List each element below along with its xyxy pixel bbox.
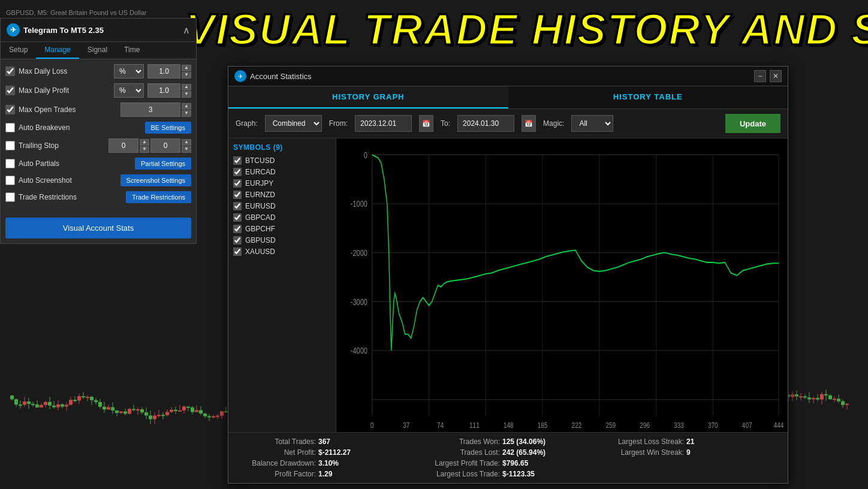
tab-setup[interactable]: Setup: [1, 42, 36, 59]
modal-body: SYMBOLS (9) BTCUSD EURCAD EURJPY EURNZD …: [228, 138, 788, 432]
trade-restrictions-label: Trade Restrictions: [19, 193, 122, 201]
max-open-trades-checkbox[interactable]: [5, 105, 15, 114]
magic-select[interactable]: All: [571, 115, 613, 132]
trailing-stop-down2[interactable]: ▼: [182, 146, 191, 153]
account-statistics-modal: ✈ Account Statistics − ✕ HISTORY GRAPH H…: [228, 66, 788, 484]
trailing-stop-input1[interactable]: [108, 138, 138, 153]
tab-signal[interactable]: Signal: [79, 42, 116, 59]
trailing-stop-label: Trailing Stop: [19, 141, 105, 150]
symbol-eurcad-checkbox[interactable]: [233, 168, 242, 176]
trailing-stop-down1[interactable]: ▼: [140, 146, 149, 153]
max-daily-profit-unit[interactable]: %: [114, 83, 144, 98]
panel-content: Max Daily Loss % ▲ ▼ Max Daily Profit %: [1, 59, 196, 213]
symbol-eurnzd-checkbox[interactable]: [233, 191, 242, 199]
svg-text:-1000: -1000: [351, 199, 367, 209]
svg-text:185: 185: [538, 421, 548, 430]
to-date-input[interactable]: [457, 115, 514, 132]
symbol-gbpusd-checkbox[interactable]: [233, 236, 242, 244]
symbol-eurcad: EURCAD: [233, 168, 331, 176]
symbol-eurcad-label: EURCAD: [245, 168, 276, 176]
auto-breakeven-label: Auto Breakeven: [19, 123, 141, 132]
trades-lost-value: 242 (65.94%): [502, 448, 545, 457]
visual-account-stats-button[interactable]: Visual Account Stats: [5, 218, 191, 239]
balance-drawdown-value: 3.10%: [318, 459, 339, 467]
total-trades-label: Total Trades:: [238, 437, 316, 446]
auto-breakeven-checkbox[interactable]: [5, 123, 15, 132]
max-daily-loss-checkbox[interactable]: [5, 67, 15, 76]
tab-manage[interactable]: Manage: [36, 42, 79, 59]
trailing-stop-up1[interactable]: ▲: [140, 139, 149, 146]
max-daily-loss-input[interactable]: [147, 64, 180, 79]
largest-loss-streak-value: 21: [686, 437, 694, 446]
symbol-gbpcad-checkbox[interactable]: [233, 213, 242, 222]
max-daily-loss-row: Max Daily Loss % ▲ ▼: [5, 64, 191, 79]
svg-text:-3000: -3000: [351, 297, 367, 307]
max-open-trades-input[interactable]: [120, 102, 180, 117]
modal-close-button[interactable]: ✕: [770, 70, 782, 82]
trade-restrictions-button[interactable]: Trade Restrictions: [126, 191, 191, 203]
largest-profit-trade-row: Largest Profit Trade: $796.65: [422, 459, 594, 467]
svg-text:370: 370: [708, 421, 718, 430]
symbol-eurusd-label: EURUSD: [245, 202, 276, 210]
max-open-trades-up[interactable]: ▲: [182, 103, 191, 110]
empty-row-2: [606, 470, 778, 478]
max-open-trades-down[interactable]: ▼: [182, 110, 191, 117]
screenshot-settings-button[interactable]: Screenshot Settings: [120, 174, 191, 186]
auto-partials-checkbox[interactable]: [5, 159, 15, 168]
svg-text:-2000: -2000: [351, 247, 367, 258]
symbol-gbpchf-label: GBPCHF: [245, 225, 275, 233]
from-date-input[interactable]: [355, 115, 412, 132]
svg-text:148: 148: [504, 421, 514, 430]
partial-settings-button[interactable]: Partial Settings: [135, 158, 191, 170]
balance-drawdown-label: Balance Drawdown:: [238, 459, 316, 467]
max-daily-profit-down[interactable]: ▼: [182, 91, 191, 98]
symbol-gbpcad: GBPCAD: [233, 213, 331, 222]
max-daily-profit-checkbox[interactable]: [5, 86, 15, 95]
largest-loss-trade-value: $-1123.35: [502, 470, 535, 478]
largest-profit-trade-label: Largest Profit Trade:: [422, 459, 500, 467]
trailing-stop-checkbox[interactable]: [5, 141, 15, 150]
svg-text:259: 259: [605, 421, 616, 430]
symbol-gbpchf: GBPCHF: [233, 225, 331, 233]
modal-minimize-button[interactable]: −: [754, 70, 766, 82]
to-calendar-button[interactable]: 📅: [522, 115, 536, 132]
update-button[interactable]: Update: [725, 114, 780, 133]
tab-time[interactable]: Time: [116, 42, 148, 59]
graph-select[interactable]: Combined Profit Balance Drawdown: [265, 115, 322, 132]
largest-win-streak-value: 9: [686, 448, 691, 457]
total-trades-value: 367: [318, 437, 330, 446]
profit-factor-label: Profit Factor:: [238, 470, 316, 478]
symbol-eurjpy-checkbox[interactable]: [233, 179, 242, 188]
net-profit-row: Net Profit: $-2112.27: [238, 448, 410, 457]
trade-restrictions-checkbox[interactable]: [5, 192, 15, 202]
tab-history-graph[interactable]: HISTORY GRAPH: [228, 86, 508, 108]
from-calendar-button[interactable]: 📅: [419, 115, 433, 132]
from-label: From:: [329, 119, 348, 128]
max-daily-profit-up[interactable]: ▲: [182, 84, 191, 90]
be-settings-button[interactable]: BE Settings: [145, 122, 191, 134]
trailing-stop-up2[interactable]: ▲: [182, 139, 191, 146]
svg-rect-0: [336, 138, 788, 432]
largest-loss-trade-row: Largest Loss Trade: $-1123.35: [422, 470, 594, 478]
symbol-eurjpy: EURJPY: [233, 179, 331, 188]
panel-title: Telegram To MT5 2.35: [23, 26, 104, 35]
symbol-xauusd-checkbox[interactable]: [233, 247, 242, 256]
max-open-trades-row: Max Open Trades ▲ ▼: [5, 102, 191, 117]
symbols-panel: SYMBOLS (9) BTCUSD EURCAD EURJPY EURNZD …: [228, 138, 336, 432]
svg-text:0: 0: [370, 421, 374, 430]
auto-screenshot-checkbox[interactable]: [5, 176, 15, 185]
largest-win-streak-label: Largest Win Streak:: [606, 448, 684, 457]
collapse-button[interactable]: ∧: [183, 25, 190, 36]
svg-text:296: 296: [640, 421, 650, 430]
tab-history-table[interactable]: HISTORY TABLE: [508, 86, 788, 108]
symbol-btcusd-checkbox[interactable]: [233, 156, 242, 165]
max-daily-loss-up[interactable]: ▲: [182, 65, 191, 71]
symbol-eurusd-checkbox[interactable]: [233, 202, 242, 210]
trailing-stop-input2[interactable]: [150, 138, 180, 153]
trades-won-value: 125 (34.06%): [502, 437, 545, 446]
symbol-gbpchf-checkbox[interactable]: [233, 225, 242, 233]
max-daily-profit-input[interactable]: [147, 83, 180, 98]
max-daily-loss-down[interactable]: ▼: [182, 72, 191, 79]
max-daily-loss-unit[interactable]: %: [114, 64, 144, 79]
symbol-eurnzd: EURNZD: [233, 191, 331, 199]
